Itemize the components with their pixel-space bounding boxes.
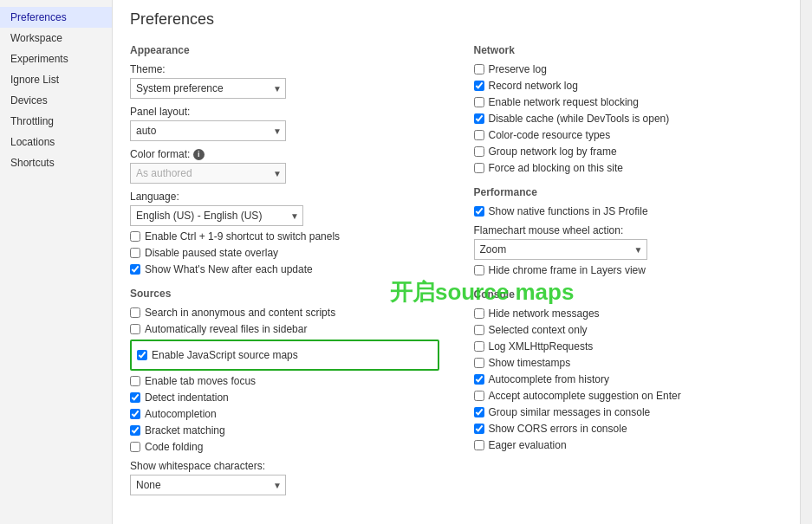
checkbox-recordnet-row: Record network log [474, 80, 783, 92]
checkbox-whatsnew[interactable] [130, 264, 140, 275]
checkbox-colorcode[interactable] [474, 130, 484, 140]
checkbox-groupframe-label: Group network log by frame [489, 146, 617, 158]
checkbox-tabfocus-label: Enable tab moves focus [145, 375, 256, 387]
checkbox-codefolding-row: Code folding [130, 441, 439, 453]
checkbox-colorcode-label: Color-code resource types [489, 129, 611, 141]
checkbox-disablecache-row: Disable cache (while DevTools is open) [474, 113, 783, 125]
checkbox-ctrl19[interactable] [130, 231, 140, 242]
whitespace-select[interactable]: None All Trailing [130, 475, 286, 495]
checkbox-timestamps-label: Show timestamps [489, 357, 571, 369]
whitespace-label: Show whitespace characters: [130, 460, 439, 472]
sourcemaps-highlight-box: Enable JavaScript source maps [130, 340, 439, 371]
panel-layout-select[interactable]: auto horizontal vertical [130, 120, 286, 141]
checkbox-eager[interactable] [474, 440, 484, 450]
theme-select[interactable]: System preference Light Dark [130, 78, 286, 99]
flamechart-label: Flamechart mouse wheel action: [474, 224, 783, 236]
checkbox-nativefunctions-row: Show native functions in JS Profile [474, 205, 783, 217]
checkbox-anon-label: Search in anonymous and content scripts [145, 307, 335, 319]
checkbox-pausedstate-label: Disable paused state overlay [145, 247, 278, 259]
checkbox-requestblocking-row: Enable network request blocking [474, 96, 783, 108]
checkbox-groupframe-row: Group network log by frame [474, 146, 783, 158]
performance-section-title: Performance [474, 186, 783, 198]
checkbox-preservelog-row: Preserve log [474, 63, 783, 75]
checkbox-nativefunctions[interactable] [474, 206, 484, 217]
checkbox-autocompletion-row: Autocompletion [130, 408, 439, 420]
checkbox-anon-row: Search in anonymous and content scripts [130, 307, 439, 319]
scrollbar[interactable] [800, 0, 812, 524]
color-format-select-wrapper: As authored hex rgb hsl ▼ [130, 163, 286, 184]
checkbox-hidenet[interactable] [474, 308, 484, 319]
sources-section-title: Sources [130, 288, 439, 300]
panel-layout-select-wrapper: auto horizontal vertical ▼ [130, 120, 286, 141]
checkbox-disablecache[interactable] [474, 113, 484, 124]
checkbox-cors-label: Show CORS errors in console [489, 423, 627, 435]
color-format-label: Color format: i [130, 148, 439, 160]
sidebar-item-preferences[interactable]: Preferences [0, 7, 112, 28]
checkbox-autocompletion-label: Autocompletion [145, 408, 217, 420]
flamechart-select[interactable]: Zoom Scroll [474, 239, 647, 260]
checkbox-xmlhttp[interactable] [474, 341, 484, 352]
checkbox-eager-label: Eager evaluation [489, 439, 567, 451]
checkbox-reveal-row: Automatically reveal files in sidebar [130, 323, 439, 335]
checkbox-adblock-row: Force ad blocking on this site [474, 162, 783, 174]
checkbox-indentation-row: Detect indentation [130, 391, 439, 404]
checkbox-preservelog[interactable] [474, 64, 484, 74]
checkbox-codefolding-label: Code folding [145, 441, 203, 453]
sidebar-item-shortcuts[interactable]: Shortcuts [0, 152, 112, 173]
checkbox-tabfocus-row: Enable tab moves focus [130, 375, 439, 387]
theme-select-wrapper: System preference Light Dark ▼ [130, 78, 286, 99]
checkbox-whatsnew-row: Show What's New after each update [130, 263, 439, 275]
checkbox-acceptsuggest-row: Accept autocomplete suggestion on Enter [474, 390, 783, 402]
console-section: Console Hide network messages Selected c… [474, 288, 783, 451]
language-select[interactable]: English (US) - English (US) [130, 205, 303, 226]
checkbox-acceptsuggest[interactable] [474, 391, 484, 401]
checkbox-anon[interactable] [130, 307, 140, 318]
checkbox-reveal-label: Automatically reveal files in sidebar [145, 323, 307, 335]
sidebar-item-devices[interactable]: Devices [0, 90, 112, 111]
checkbox-timestamps[interactable] [474, 358, 484, 368]
left-column: Appearance Theme: System preference Ligh… [130, 41, 439, 495]
sidebar-item-experiments[interactable]: Experiments [0, 49, 112, 69]
checkbox-whatsnew-label: Show What's New after each update [145, 263, 313, 275]
network-section-title: Network [474, 44, 783, 56]
panel-layout-label: Panel layout: [130, 106, 439, 118]
checkbox-sourcemaps[interactable] [137, 350, 147, 360]
checkbox-pausedstate[interactable] [130, 248, 140, 258]
checkbox-codefolding[interactable] [130, 442, 140, 452]
checkbox-hideframe[interactable] [474, 265, 484, 275]
sidebar-item-workspace[interactable]: Workspace [0, 28, 112, 49]
page-title: Preferences [130, 10, 783, 29]
checkbox-selectedcontext[interactable] [474, 325, 484, 335]
color-format-info-icon[interactable]: i [193, 149, 205, 160]
checkbox-eager-row: Eager evaluation [474, 439, 783, 451]
sidebar-item-ignore-list[interactable]: Ignore List [0, 69, 112, 90]
checkbox-adblock-label: Force ad blocking on this site [489, 162, 623, 174]
checkbox-autocomplete[interactable] [474, 374, 484, 385]
checkbox-groupframe[interactable] [474, 146, 484, 157]
checkbox-groupsimilar[interactable] [474, 407, 484, 417]
console-section-title: Console [474, 288, 783, 301]
checkbox-hidenet-row: Hide network messages [474, 307, 783, 320]
checkbox-preservelog-label: Preserve log [489, 63, 547, 75]
checkbox-adblock[interactable] [474, 163, 484, 173]
checkbox-indentation-label: Detect indentation [145, 391, 229, 404]
sidebar-item-locations[interactable]: Locations [0, 132, 112, 152]
checkbox-reveal[interactable] [130, 324, 140, 334]
color-format-select[interactable]: As authored hex rgb hsl [130, 163, 286, 184]
network-section: Network Preserve log Record network log … [474, 44, 783, 174]
sidebar-item-throttling[interactable]: Throttling [0, 111, 112, 132]
checkbox-autocomplete-row: Autocomplete from history [474, 373, 783, 385]
checkbox-recordnet[interactable] [474, 81, 484, 91]
checkbox-groupsimilar-row: Group similar messages in console [474, 406, 783, 418]
performance-section: Performance Show native functions in JS … [474, 186, 783, 276]
language-label: Language: [130, 191, 439, 203]
checkbox-requestblocking[interactable] [474, 97, 484, 107]
right-column: Network Preserve log Record network log … [474, 41, 783, 495]
checkbox-cors[interactable] [474, 424, 484, 434]
checkbox-indentation[interactable] [130, 392, 140, 403]
checkbox-selectedcontext-label: Selected context only [489, 324, 588, 336]
checkbox-bracket[interactable] [130, 425, 140, 436]
checkbox-autocompletion[interactable] [130, 409, 140, 419]
checkbox-tabfocus[interactable] [130, 376, 140, 386]
checkbox-selectedcontext-row: Selected context only [474, 324, 783, 336]
